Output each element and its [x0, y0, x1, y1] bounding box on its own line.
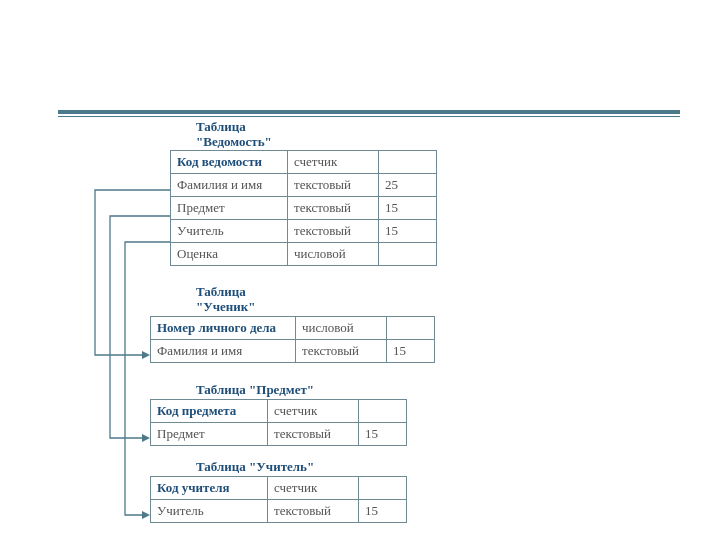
field-type: текстовый — [268, 423, 359, 446]
table-row: Предметтекстовый15 — [151, 423, 407, 446]
field-size: 25 — [379, 174, 437, 197]
field-type: текстовый — [296, 340, 387, 363]
svg-marker-2 — [142, 511, 150, 519]
header-rule — [58, 110, 680, 117]
field-type: текстовый — [288, 220, 379, 243]
caption-predmet: Таблица "Предмет" — [196, 383, 314, 398]
connector-lines — [0, 0, 720, 540]
table-row: Фамилия и имятекстовый25 — [171, 174, 437, 197]
field-size: 15 — [359, 500, 407, 523]
svg-marker-0 — [142, 351, 150, 359]
field-size: 15 — [379, 220, 437, 243]
table-row: Код учителясчетчик — [151, 477, 407, 500]
field-size — [359, 400, 407, 423]
caption-uchenik: Таблица "Ученик" — [196, 285, 256, 315]
field-type: числовой — [288, 243, 379, 266]
field-type: числовой — [296, 317, 387, 340]
field-name: Учитель — [151, 500, 268, 523]
field-name: Фамилия и имя — [151, 340, 296, 363]
table-vedomost: Код ведомостисчетчик Фамилия и имятексто… — [170, 150, 437, 266]
field-name: Предмет — [151, 423, 268, 446]
table-row: Фамилия и имятекстовый15 — [151, 340, 435, 363]
table-predmet: Код предметасчетчик Предметтекстовый15 — [150, 399, 407, 446]
field-type: счетчик — [268, 400, 359, 423]
field-name: Номер личного дела — [151, 317, 296, 340]
table-row: Учительтекстовый15 — [171, 220, 437, 243]
field-name: Предмет — [171, 197, 288, 220]
field-size — [379, 243, 437, 266]
caption-uchitel: Таблица "Учитель" — [196, 460, 314, 475]
table-row: Номер личного делачисловой — [151, 317, 435, 340]
svg-marker-1 — [142, 434, 150, 442]
field-type: текстовый — [288, 197, 379, 220]
field-size: 15 — [387, 340, 435, 363]
field-type: текстовый — [288, 174, 379, 197]
field-name: Оценка — [171, 243, 288, 266]
field-name: Код учителя — [151, 477, 268, 500]
field-type: счетчик — [288, 151, 379, 174]
field-type: счетчик — [268, 477, 359, 500]
field-size — [359, 477, 407, 500]
table-row: Код предметасчетчик — [151, 400, 407, 423]
table-row: Код ведомостисчетчик — [171, 151, 437, 174]
field-size: 15 — [379, 197, 437, 220]
table-row: Предметтекстовый15 — [171, 197, 437, 220]
field-name: Фамилия и имя — [171, 174, 288, 197]
field-type: текстовый — [268, 500, 359, 523]
table-row: Оценкачисловой — [171, 243, 437, 266]
field-name: Код предмета — [151, 400, 268, 423]
table-row: Учительтекстовый15 — [151, 500, 407, 523]
field-name: Учитель — [171, 220, 288, 243]
field-size — [387, 317, 435, 340]
caption-vedomost: Таблица "Ведомость" — [196, 120, 272, 150]
table-uchitel: Код учителясчетчик Учительтекстовый15 — [150, 476, 407, 523]
field-size — [379, 151, 437, 174]
table-uchenik: Номер личного делачисловой Фамилия и имя… — [150, 316, 435, 363]
field-name: Код ведомости — [171, 151, 288, 174]
field-size: 15 — [359, 423, 407, 446]
